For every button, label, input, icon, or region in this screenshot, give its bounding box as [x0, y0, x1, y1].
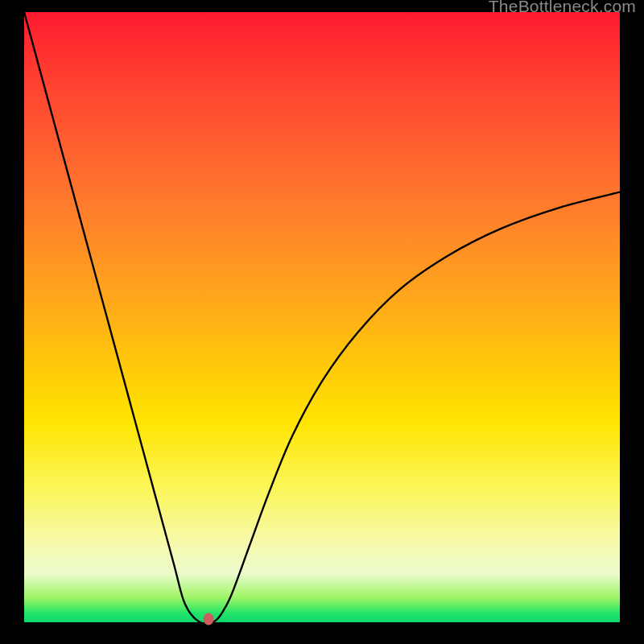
chart-frame: TheBottleneck.com — [0, 0, 644, 644]
bottleneck-curve — [24, 12, 620, 622]
optimum-point-marker — [204, 613, 214, 625]
watermark-text: TheBottleneck.com — [489, 0, 636, 16]
